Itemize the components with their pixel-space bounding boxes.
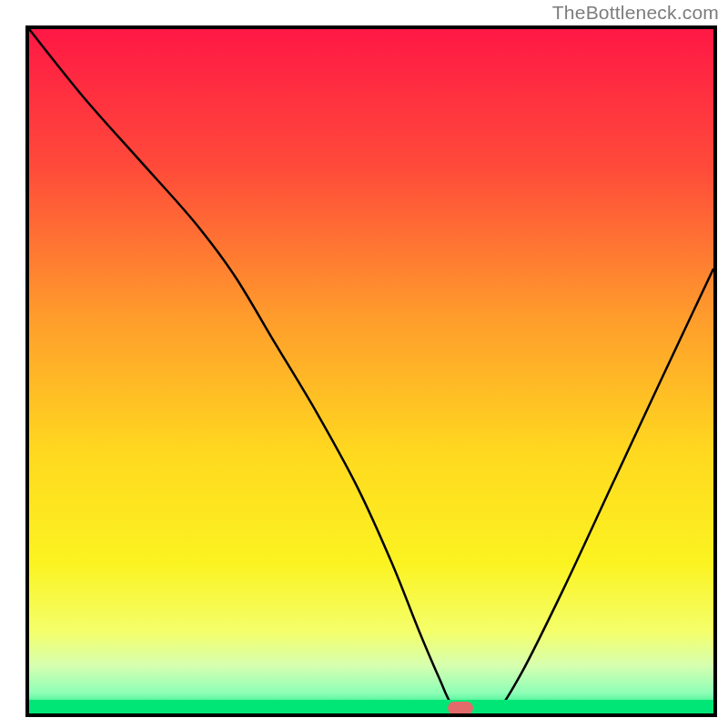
- attribution-text: TheBottleneck.com: [552, 2, 719, 24]
- current-position-marker: [448, 702, 473, 714]
- curve-path: [29, 29, 713, 713]
- plot-area: [25, 25, 717, 717]
- optimal-zone-band: [29, 700, 713, 713]
- chart-container: TheBottleneck.com: [0, 0, 728, 728]
- bottleneck-curve: [29, 29, 713, 713]
